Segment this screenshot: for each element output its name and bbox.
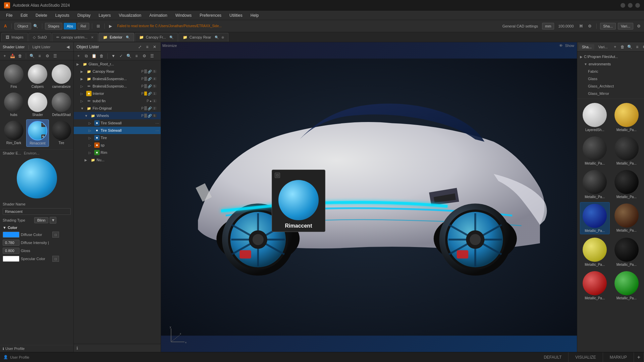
tree-item-tire-sidewall[interactable]: ▷ ■ Tire Sidewall ··· — [74, 119, 161, 127]
shader-item-shader[interactable]: Shader — [26, 91, 49, 118]
color-expand-icon[interactable]: ▼ — [3, 226, 6, 230]
obj-settings-icon[interactable]: ⚙ — [141, 53, 148, 59]
shader-item-rim-dark[interactable]: Rim_Dark — [3, 119, 25, 147]
tree-item-subd-fin[interactable]: ▷ ■ Interior P 🔗 1 — [74, 90, 161, 97]
menu-layers[interactable]: Layers — [95, 12, 114, 18]
obj-search-icon[interactable]: 🔍 — [125, 53, 132, 59]
obj-add-icon[interactable]: + — [75, 53, 82, 59]
mat-item-metallic-blue[interactable]: Metallic_Pa... — [580, 202, 610, 234]
status-user-label[interactable]: User Profile — [10, 355, 29, 359]
close-btn[interactable] — [635, 3, 640, 8]
menu-preferences[interactable]: Preferences — [196, 12, 225, 18]
obj-panel-close-icon[interactable]: ✕ — [151, 44, 158, 50]
tab-canopy-fr[interactable]: 📁 Canopy Fr... 🔍 — [135, 33, 178, 42]
abs-btn[interactable]: Abs — [64, 23, 76, 29]
viewport[interactable]: Minimize 👁 Show — [161, 42, 577, 352]
tooltip-close-icon[interactable]: □ — [275, 173, 280, 178]
more-options[interactable]: ··· — [155, 120, 159, 126]
shader-add-icon[interactable]: + — [1, 53, 8, 59]
mat-tree-glass-architect[interactable]: Glass_Architect — [580, 82, 641, 90]
mat-item-metallic-brown[interactable]: Metallic_Pa... — [612, 202, 642, 234]
mat-tab-sha[interactable]: Sha... — [579, 44, 594, 50]
shader-item-tire[interactable]: Tire — [50, 119, 72, 147]
rel-btn[interactable]: Rel — [77, 23, 89, 29]
shader-item-defaultshad[interactable]: DefaultShad — [50, 91, 72, 118]
object-btn[interactable]: Object — [14, 23, 31, 29]
visualize-mode-btn[interactable]: VISUALIZE — [569, 352, 603, 362]
mat-item-metallic-dark[interactable]: Metallic_Pa... — [580, 135, 610, 167]
shader-delete-icon[interactable]: 🗑 — [17, 53, 23, 59]
expand-icon[interactable]: ▷ — [89, 136, 93, 140]
tree-item-rear-w[interactable]: ▶ 📁 Nu... — [74, 156, 161, 164]
menu-edit[interactable]: Edit — [17, 12, 31, 18]
menu-visualization[interactable]: Visualization — [115, 12, 145, 18]
canopy-untrim-close[interactable]: ✕ — [91, 36, 94, 39]
maximize-btn[interactable] — [628, 3, 633, 8]
expand-icon[interactable]: ▷ — [89, 121, 93, 125]
panel-collapse-icon[interactable]: ◀ — [65, 44, 71, 50]
show-icon[interactable]: 👁 — [559, 44, 563, 48]
shader-list-icon[interactable]: ☰ — [52, 53, 58, 59]
shader-item-rimaccent[interactable]: ✏ 🔍 Rimaccent — [26, 119, 49, 147]
mat-tree-fabric[interactable]: Fabric — [580, 68, 641, 75]
panel-settings-icon[interactable]: ⚙ — [635, 23, 642, 29]
menu-layouts[interactable]: Layouts — [52, 12, 73, 18]
expand-icon[interactable]: ▷ — [89, 151, 93, 155]
grid-icon[interactable]: ⊞ — [95, 23, 102, 29]
default-mode-btn[interactable]: DEFAULT — [537, 352, 569, 362]
settings-icon[interactable]: ⚙ — [586, 23, 593, 29]
tab-images[interactable]: 🖼 Images — [1, 33, 28, 42]
mat-item-metallic-gold[interactable]: Metallic_Pa... — [612, 102, 642, 133]
diffuse-color-btn[interactable]: □ — [52, 232, 59, 238]
mat-tab-vari[interactable]: Vari... — [596, 44, 610, 50]
expand-icon[interactable]: ▼ — [85, 114, 89, 118]
obj-filter-icon[interactable]: ≡ — [133, 53, 140, 59]
shader-import-icon[interactable]: 📥 — [9, 53, 16, 59]
expand-icon[interactable]: ▶ — [80, 77, 85, 81]
tab-canopy-rear[interactable]: 📁 Canopy Rear 🔍 ⊕ — [178, 33, 228, 42]
tree-item-wheels[interactable]: ▼ 📁 Fin-Original P 🔗 2 — [74, 105, 161, 112]
tree-item-fin-original[interactable]: ▷ ✏ subd fin P ● 1 — [74, 97, 161, 105]
tree-item-sp[interactable]: ▷ ■ Tire — [74, 134, 161, 141]
mat-item-metallic-dark3[interactable]: Metallic_Pa... — [580, 169, 610, 200]
mat-add-icon[interactable]: + — [612, 44, 619, 50]
canopy-fr-search[interactable]: 🔍 — [169, 36, 173, 39]
mat-search-icon[interactable]: 🔍 — [627, 44, 633, 50]
search-icon[interactable]: 🔍 — [33, 23, 39, 29]
stages-btn[interactable]: Stages — [45, 23, 62, 29]
mat-item-metallic-red[interactable]: Metallic_Pa... — [580, 270, 610, 301]
tree-item-front-wheel[interactable]: ▼ 📁 Wheels P 🔗 5 — [74, 112, 161, 119]
mat-tree-glass[interactable]: Glass — [580, 75, 641, 82]
specular-color-swatch[interactable] — [3, 256, 19, 262]
user-profile-btn[interactable]: ℹ User Profile — [3, 347, 71, 351]
obj-panel-expand[interactable]: ⤢ — [137, 44, 143, 50]
mat-tree-glass-mirror[interactable]: Glass_Mirror — [580, 90, 641, 97]
menu-help[interactable]: Help — [247, 12, 262, 18]
expand-icon[interactable]: ▷ — [80, 84, 85, 88]
obj-menu-icon[interactable]: ☰ — [149, 53, 155, 59]
markup-mode-btn[interactable]: MARKUP — [603, 352, 634, 362]
add-mode-btn[interactable]: + — [634, 352, 644, 362]
menu-windows[interactable]: Windows — [172, 12, 195, 18]
shader-search-icon[interactable]: 🔍 — [29, 53, 35, 59]
vari-tab[interactable]: Vari... — [618, 23, 633, 29]
tree-item-rim[interactable]: ▷ ■ sp — [74, 141, 161, 149]
tree-item-canopy-rear[interactable]: ▶ 📁 Canopy Rear P 🔗 5 — [74, 68, 161, 75]
obj-expand-icon[interactable]: ▼ — [110, 53, 117, 59]
more-options[interactable]: ··· — [155, 128, 159, 133]
play-icon[interactable]: ▶ — [107, 23, 114, 29]
shader-item-calipers[interactable]: Calipers — [26, 63, 49, 90]
obj-check-icon[interactable]: ✓ — [118, 53, 124, 59]
sha-tab[interactable]: Sha... — [600, 23, 616, 29]
expand-icon[interactable]: ▶ — [76, 62, 81, 66]
tree-item-brakes[interactable]: ▶ 📁 Brakes&Suspensio... P 🔗 4 — [74, 75, 161, 82]
tab-subd[interactable]: ◇ SubD — [29, 33, 51, 42]
obj-paste-icon[interactable]: 📋 — [91, 53, 97, 59]
diffuse-color-swatch[interactable] — [3, 232, 19, 238]
menu-delete[interactable]: Delete — [32, 12, 51, 18]
canopy-rear-search[interactable]: 🔍 — [215, 36, 219, 39]
shader-filter-icon[interactable]: ≡ — [36, 53, 43, 59]
expand-icon[interactable]: ▷ — [89, 143, 93, 147]
canopy-rear-more[interactable]: ⊕ — [221, 36, 224, 39]
height-icon[interactable]: H — [578, 23, 584, 29]
